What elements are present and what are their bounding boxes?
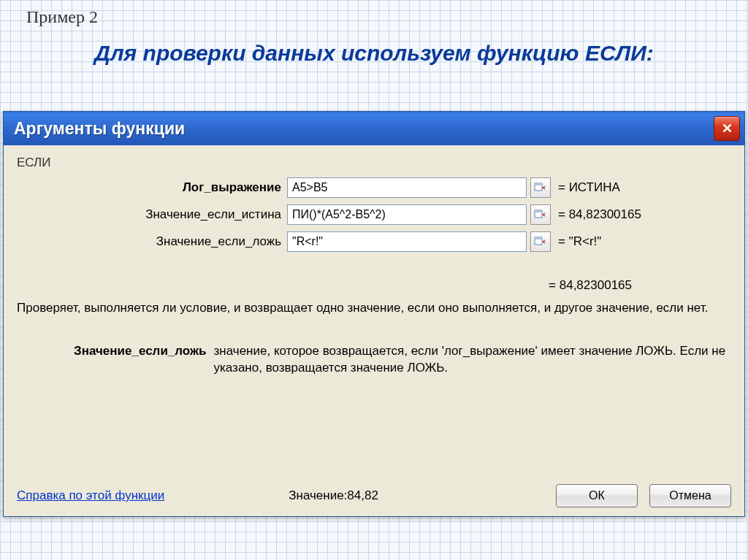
overall-result: = 84,82300165	[17, 278, 731, 293]
param-desc-name: Значение_если_ложь	[74, 343, 214, 377]
svg-rect-5	[535, 237, 542, 239]
arg-row-value-if-true: Значение_если_истина = 84,82300165	[17, 204, 731, 225]
parameter-description: Значение_если_ложь значение, которое воз…	[74, 343, 731, 377]
range-picker-icon	[534, 236, 547, 248]
arguments-area: Лог_выражение = ИСТИНА Значение_если_ист…	[17, 177, 731, 252]
function-description: Проверяет, выполняется ли условие, и воз…	[17, 300, 731, 317]
collapse-dialog-button[interactable]	[530, 231, 551, 252]
arg-result: = 84,82300165	[558, 207, 641, 222]
cancel-button[interactable]: Отмена	[649, 484, 731, 507]
arg-result: = "R<r!"	[558, 234, 601, 249]
arg-label: Значение_если_ложь	[17, 234, 287, 249]
arg-label: Лог_выражение	[17, 180, 287, 195]
slide-example-label: Пример 2	[26, 7, 98, 27]
help-link[interactable]: Справка по этой функции	[17, 488, 164, 503]
arg-row-logical-test: Лог_выражение = ИСТИНА	[17, 177, 731, 198]
range-picker-icon	[534, 182, 547, 193]
param-desc-text: значение, которое возвращается, если 'ло…	[214, 343, 731, 377]
collapse-dialog-button[interactable]	[530, 177, 551, 198]
svg-rect-3	[535, 210, 542, 212]
function-name-label: ЕСЛИ	[17, 156, 731, 170]
close-button[interactable]: ✕	[714, 116, 740, 141]
arg-input-value-if-true[interactable]	[287, 204, 527, 225]
ok-button[interactable]: ОК	[556, 484, 638, 507]
arg-input-value-if-false[interactable]	[287, 231, 527, 252]
dialog-content: ЕСЛИ Лог_выражение = ИСТИНА Значение_есл…	[4, 145, 744, 516]
arg-row-value-if-false: Значение_если_ложь = "R<r!"	[17, 231, 731, 252]
range-picker-icon	[534, 209, 547, 220]
window-title: Аргументы функции	[14, 119, 714, 139]
dialog-footer: Справка по этой функции Значение:84,82 О…	[17, 477, 731, 507]
arg-result: = ИСТИНА	[558, 180, 620, 195]
result-label: Значение:84,82	[289, 488, 378, 503]
collapse-dialog-button[interactable]	[530, 204, 551, 225]
function-arguments-dialog: Аргументы функции ✕ ЕСЛИ Лог_выражение =…	[3, 111, 745, 517]
svg-rect-1	[535, 183, 542, 185]
close-icon: ✕	[722, 120, 733, 137]
slide-title: Для проверки данных используем функцию Е…	[44, 41, 704, 66]
titlebar: Аргументы функции ✕	[4, 112, 744, 145]
arg-label: Значение_если_истина	[17, 207, 287, 222]
arg-input-logical-test[interactable]	[287, 177, 527, 198]
